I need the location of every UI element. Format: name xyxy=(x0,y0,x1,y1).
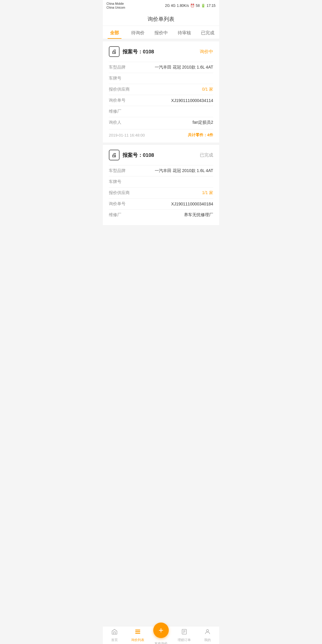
battery-icon: 🔋 xyxy=(201,4,205,8)
carrier2: China Unicom xyxy=(106,6,125,10)
tab-pending[interactable]: 待询价 xyxy=(126,26,149,39)
card2-baoan: 报案号：0108 xyxy=(123,152,154,159)
card1-row-inquirer: 询价人 fan定损员2 xyxy=(109,117,213,128)
page-title: 询价单列表 xyxy=(103,11,219,26)
card1-row-plate: 车牌号 xyxy=(109,73,213,84)
card2-icon: 🖨 xyxy=(109,150,120,160)
status-bar: China Mobile China Unicom 2G 4G 1.80K/s … xyxy=(103,0,219,11)
card1-count: 共计零件：4件 xyxy=(188,132,213,138)
card2-row-plate: 车牌号 xyxy=(109,176,213,187)
clock-time: 17:15 xyxy=(207,4,216,8)
card2-row-supplier: 报价供应商 1/1 家 xyxy=(109,187,213,198)
card1-icon: 🖨 xyxy=(109,46,120,57)
card1-row-inquiry-no: 询价单号 XJ1901110000434114 xyxy=(109,95,213,106)
card1-date: 2019-01-11 16:48:00 xyxy=(109,133,145,137)
card1-baoan: 报案号：0108 xyxy=(123,48,154,55)
status-right: 2G 4G 1.80K/s ⏰ 58 🔋 17:15 xyxy=(165,4,216,8)
alarm-icon: ⏰ xyxy=(190,4,195,8)
inquiry-card-2[interactable]: 🖨 报案号：0108 已完成 车型品牌 一汽丰田 花冠 2010款 1.6L 4… xyxy=(103,145,219,225)
card2-header: 🖨 报案号：0108 已完成 xyxy=(109,150,213,160)
tab-quoting[interactable]: 报价中 xyxy=(149,26,173,39)
signal-text: 2G 4G xyxy=(165,4,176,8)
battery-level: 58 xyxy=(196,4,200,8)
tab-review[interactable]: 待审核 xyxy=(173,26,196,39)
carrier1: China Mobile xyxy=(106,2,125,6)
tab-bar: 全部 待询价 报价中 待审核 已完成 xyxy=(103,26,219,39)
card1-row-workshop: 维修厂 xyxy=(109,106,213,117)
tab-all[interactable]: 全部 xyxy=(103,26,126,39)
carrier-info: China Mobile China Unicom xyxy=(106,2,125,10)
card2-row-inquiry-no: 询价单号 XJ1901110000340184 xyxy=(109,198,213,209)
card1-header: 🖨 报案号：0108 询价中 xyxy=(109,46,213,57)
inquiry-card-1[interactable]: 🖨 报案号：0108 询价中 车型品牌 一汽丰田 花冠 2010款 1.6L 4… xyxy=(103,41,219,143)
content-area: 🖨 报案号：0108 询价中 车型品牌 一汽丰田 花冠 2010款 1.6L 4… xyxy=(103,41,219,248)
card2-row-workshop: 维修厂 养车无忧修理厂 xyxy=(109,209,213,220)
card1-row-supplier: 报价供应商 0/1 家 xyxy=(109,84,213,95)
card1-row-brand: 车型品牌 一汽丰田 花冠 2010款 1.6L 4AT xyxy=(109,62,213,73)
card1-footer: 2019-01-11 16:48:00 共计零件：4件 xyxy=(109,129,213,138)
card1-status: 询价中 xyxy=(200,49,213,55)
tab-done[interactable]: 已完成 xyxy=(196,26,219,39)
card2-row-brand: 车型品牌 一汽丰田 花冠 2010款 1.6L 4AT xyxy=(109,165,213,176)
card2-status: 已完成 xyxy=(200,152,213,158)
network-speed: 1.80K/s xyxy=(177,4,189,8)
